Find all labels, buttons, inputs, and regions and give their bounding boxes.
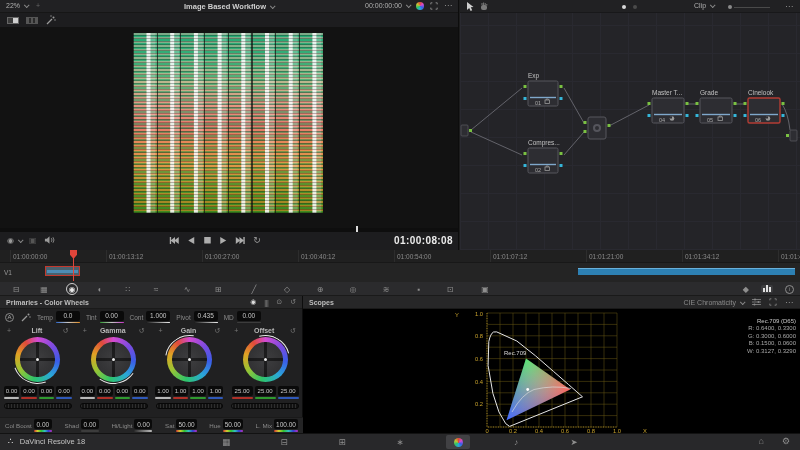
node-05[interactable]: Grade 05 — [696, 89, 737, 123]
reset-icon[interactable]: ↺ — [214, 327, 220, 335]
gamma-g-value[interactable]: 0.00 — [115, 386, 131, 399]
col-boost-field[interactable]: 0.00 — [34, 419, 52, 432]
play-button[interactable] — [219, 236, 227, 245]
lift-wheel[interactable] — [15, 337, 60, 382]
color-wheel-icon[interactable] — [416, 2, 424, 10]
adjuster-icon[interactable]: + — [83, 327, 87, 334]
pointer-tool-icon[interactable] — [465, 1, 475, 12]
info-icon[interactable]: i — [785, 285, 794, 294]
gamma-wheel[interactable] — [91, 337, 136, 382]
highlights-field[interactable]: 0.00 — [134, 419, 152, 432]
node-04[interactable]: Master T... 04 — [648, 89, 689, 123]
zoom-level-dropdown[interactable]: 22% — [6, 2, 28, 9]
page-cut[interactable]: ⊟ — [272, 435, 296, 449]
source-node[interactable] — [461, 125, 472, 136]
gamma-y-value[interactable]: 0.00 — [80, 386, 96, 399]
clip[interactable] — [578, 268, 795, 275]
node-06-selected[interactable]: Cinelook 06 — [744, 89, 785, 123]
qualifier-icon[interactable]: ╱ — [247, 283, 261, 295]
node-mode-dropdown[interactable]: Clip — [694, 2, 714, 9]
offset-master-slider[interactable] — [231, 403, 299, 409]
power-windows-icon[interactable]: ◇ — [280, 283, 294, 295]
lift-g-value[interactable]: 0.00 — [39, 386, 55, 399]
lift-y-value[interactable]: 0.00 — [4, 386, 20, 399]
log-view-icon[interactable]: ⊙ — [276, 298, 282, 306]
midtone-detail-field[interactable]: 0.00 — [237, 311, 261, 324]
output-node[interactable] — [786, 130, 797, 141]
page-media[interactable]: ▦ — [214, 435, 238, 449]
magic-mask-icon[interactable]: ◎ — [346, 283, 360, 295]
gain-r-value[interactable]: 1.00 — [173, 386, 189, 399]
grab-still-icon[interactable] — [7, 17, 19, 24]
home-icon[interactable]: ⌂ — [758, 436, 763, 446]
shadows-field[interactable]: 0.00 — [81, 419, 99, 432]
adjuster-icon[interactable]: + — [159, 327, 163, 334]
sizing-icon[interactable]: ⊡ — [443, 283, 457, 295]
lum-mix-field[interactable]: 100.00 — [274, 419, 298, 432]
offset-g-value[interactable]: 25.00 — [255, 386, 276, 399]
scope-settings-icon[interactable] — [752, 298, 761, 306]
timeline-ruler[interactable]: 01:00:00:00 01:00:13:12 01:00:27:00 01:0… — [0, 250, 800, 263]
color-warper-icon[interactable]: ⊞ — [211, 283, 225, 295]
keyframes-icon[interactable]: ◆ — [743, 285, 749, 294]
reset-all-icon[interactable]: ↺ — [290, 298, 296, 306]
gain-master-slider[interactable] — [156, 403, 224, 409]
node-02[interactable]: Compres... 02 — [524, 139, 563, 173]
tracker-icon[interactable]: ⊕ — [313, 283, 327, 295]
stop-button[interactable] — [203, 236, 211, 245]
page-edit[interactable]: ⊞ — [330, 435, 354, 449]
gamma-b-value[interactable]: 0.00 — [132, 386, 148, 399]
lift-b-value[interactable]: 0.00 — [56, 386, 72, 399]
reset-icon[interactable]: ↺ — [139, 327, 145, 335]
pivot-field[interactable]: 0.435 — [194, 311, 218, 324]
node-graph[interactable]: Exp 01 Compres... 02 — [460, 13, 800, 250]
page-fairlight[interactable]: ♪ — [504, 435, 528, 449]
page-dot[interactable] — [633, 5, 637, 9]
page-fusion[interactable]: ∗ — [388, 435, 412, 449]
page-dot-active[interactable] — [622, 5, 626, 9]
blur-icon[interactable]: ≋ — [379, 283, 393, 295]
wipe-mode-icon[interactable] — [26, 17, 38, 24]
tint-field[interactable]: 0.00 — [100, 311, 124, 324]
offset-wheel[interactable] — [243, 337, 288, 382]
curves-icon[interactable]: ∿ — [180, 283, 194, 295]
gamma-master-slider[interactable] — [80, 403, 148, 409]
magic-wand-icon[interactable] — [45, 15, 56, 26]
audio-mute-icon[interactable] — [44, 235, 55, 245]
play-reverse-button[interactable] — [187, 236, 195, 245]
stereo-3d-icon[interactable]: ▣ — [478, 283, 492, 295]
expand-icon[interactable] — [769, 298, 777, 306]
go-to-first-frame-button[interactable] — [169, 236, 179, 245]
reset-icon[interactable]: ↺ — [63, 327, 69, 335]
scope-mode-dropdown[interactable]: CIE Chromaticity — [683, 299, 744, 306]
go-to-last-frame-button[interactable] — [235, 236, 245, 245]
gain-wheel[interactable] — [167, 337, 212, 382]
color-wheels-icon[interactable]: ◉ — [66, 283, 78, 295]
reset-icon[interactable]: ↺ — [290, 327, 296, 335]
bars-view-icon[interactable]: ||| — [264, 299, 268, 306]
layer-mixer-node[interactable] — [584, 117, 611, 139]
wheels-view-icon[interactable]: ◉ — [250, 298, 256, 306]
saturation-field[interactable]: 50.00 — [176, 419, 196, 432]
offset-b-value[interactable]: 25.00 — [278, 386, 299, 399]
color-match-icon[interactable]: ▦ — [37, 283, 51, 295]
gang-viewer-icon[interactable]: ▣ — [29, 236, 37, 245]
picker-wand-icon[interactable] — [20, 312, 31, 323]
key-icon[interactable]: ▪ — [412, 283, 426, 295]
adjuster-icon[interactable]: + — [234, 327, 238, 334]
temp-field[interactable]: 0.0 — [56, 311, 80, 324]
scopes-icon[interactable] — [761, 285, 773, 293]
gain-g-value[interactable]: 1.00 — [190, 386, 206, 399]
node-zoom-track[interactable] — [734, 7, 770, 8]
gain-b-value[interactable]: 1.00 — [208, 386, 224, 399]
motion-effects-icon[interactable]: ≈ — [149, 283, 163, 295]
hue-field[interactable]: 50.00 — [223, 419, 243, 432]
source-timecode-dropdown[interactable]: 00:00:00:00 — [365, 2, 410, 9]
pan-hand-icon[interactable] — [479, 1, 489, 12]
contrast-field[interactable]: 1.000 — [146, 311, 170, 324]
offset-r-value[interactable]: 25.00 — [232, 386, 253, 399]
crosshair-icon[interactable]: + — [36, 2, 40, 9]
viewer-mode-dropdown[interactable]: ◉ — [7, 236, 22, 245]
lift-r-value[interactable]: 0.00 — [21, 386, 37, 399]
hdr-icon[interactable]: ◐ — [93, 283, 107, 295]
